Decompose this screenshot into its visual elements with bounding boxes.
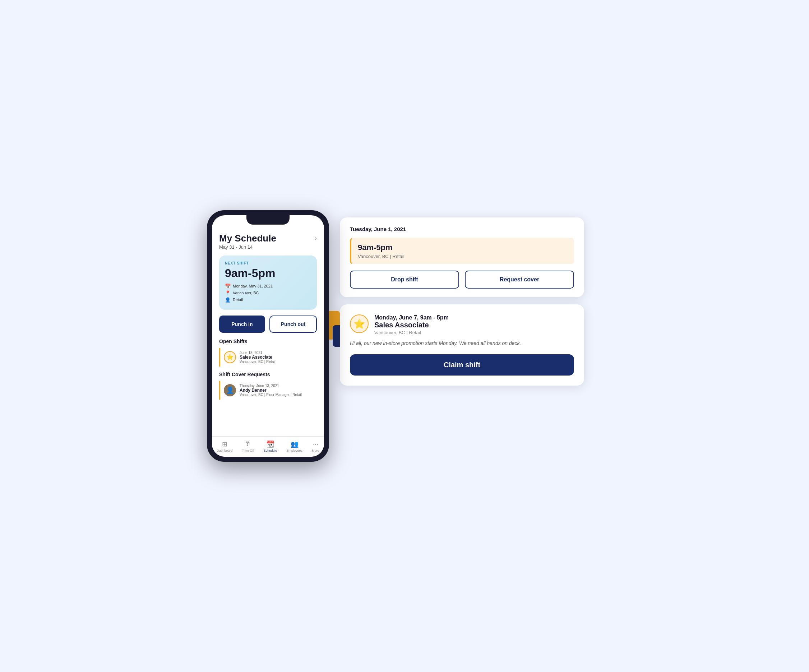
next-shift-time: 9am-5pm xyxy=(225,267,311,280)
schedule-title: My Schedule xyxy=(219,233,276,244)
open-shifts-title: Open Shifts xyxy=(219,339,317,344)
schedule-header: My Schedule › May 31 - Jun 14 xyxy=(219,233,317,250)
next-shift-card: NEXT SHIFT 9am-5pm 📅 Monday, May 31, 202… xyxy=(219,255,317,310)
location-icon: 📍 xyxy=(225,291,231,296)
nav-time-off[interactable]: 🗓 Time Off xyxy=(242,440,254,452)
time-off-icon: 🗓 xyxy=(245,440,251,448)
shift-highlight: 9am-5pm Vancouver, BC | Retail xyxy=(350,238,574,264)
person-icon: 👤 xyxy=(225,297,231,302)
drop-shift-location: Vancouver, BC | Retail xyxy=(358,254,567,259)
punch-out-button[interactable]: Punch out xyxy=(269,316,317,333)
chevron-right-icon: › xyxy=(315,235,317,242)
claim-shift-button[interactable]: Claim shift xyxy=(350,354,574,376)
nav-employees[interactable]: 👥 Employees xyxy=(287,440,303,452)
right-panel: Tuesday, June 1, 2021 9am-5pm Vancouver,… xyxy=(318,210,584,386)
shift-date: Monday, May 31, 2021 xyxy=(233,284,273,288)
punch-buttons: Punch in Punch out xyxy=(219,316,317,333)
shift-location-row: 📍 Vancouver, BC xyxy=(225,291,311,296)
cover-request-item[interactable]: 👤 Thursday, June 13, 2021 Andy Denner Va… xyxy=(219,381,317,400)
shift-location: Vancouver, BC xyxy=(233,291,259,295)
schedule-icon: 📆 xyxy=(266,440,274,448)
claim-shift-card: ⭐ Monday, June 7, 9am - 5pm Sales Associ… xyxy=(340,304,584,386)
cover-request-location: Vancouver, BC | Floor Manager | Retail xyxy=(240,393,302,397)
claim-shift-date: Monday, June 7, 9am - 5pm xyxy=(374,314,449,321)
cover-requests-section: Shift Cover Requests 👤 Thursday, June 13… xyxy=(219,371,317,400)
open-shift-item[interactable]: ⭐ June 13, 2021 Sales Associate Vancouve… xyxy=(219,348,317,366)
drop-shift-date-header: Tuesday, June 1, 2021 xyxy=(350,226,574,232)
phone-nav: ⊞ Dashboard 🗓 Time Off 📆 Schedule 👥 Empl… xyxy=(212,436,324,457)
cover-avatar: 👤 xyxy=(224,384,236,396)
drop-shift-card: Tuesday, June 1, 2021 9am-5pm Vancouver,… xyxy=(340,217,584,297)
person-face-icon: 👤 xyxy=(226,386,234,394)
claim-card-header: ⭐ Monday, June 7, 9am - 5pm Sales Associ… xyxy=(350,314,574,335)
calendar-icon: 📅 xyxy=(225,284,231,289)
claim-shift-note: Hi all, our new in-store promotion start… xyxy=(350,339,574,347)
claim-shift-location: Vancouver, BC | Retail xyxy=(374,330,449,335)
nav-dashboard[interactable]: ⊞ Dashboard xyxy=(217,440,232,452)
drop-shift-time: 9am-5pm xyxy=(358,243,567,252)
phone-wrapper: My Schedule › May 31 - Jun 14 NEXT SHIFT… xyxy=(207,210,329,462)
shift-star-icon: ⭐ xyxy=(224,351,236,363)
claim-shift-role: Sales Associate xyxy=(374,321,449,329)
cover-item-info: Thursday, June 13, 2021 Andy Denner Vanc… xyxy=(240,384,302,397)
claim-header-text: Monday, June 7, 9am - 5pm Sales Associat… xyxy=(374,314,449,335)
nav-employees-label: Employees xyxy=(287,449,303,452)
more-icon: ··· xyxy=(313,440,318,448)
employees-icon: 👥 xyxy=(290,440,299,448)
shift-role: Retail xyxy=(233,297,243,302)
nav-schedule-label: Schedule xyxy=(264,449,277,452)
open-shift-date: June 13, 2021 xyxy=(240,351,275,354)
nav-dashboard-label: Dashboard xyxy=(217,449,232,452)
request-cover-button[interactable]: Request cover xyxy=(465,270,574,289)
cover-request-date: Thursday, June 13, 2021 xyxy=(240,384,302,388)
shift-item-info: June 13, 2021 Sales Associate Vancouver,… xyxy=(240,351,275,364)
phone-device: My Schedule › May 31 - Jun 14 NEXT SHIFT… xyxy=(207,210,329,462)
claim-star-icon: ⭐ xyxy=(350,314,369,333)
open-shift-role: Sales Associate xyxy=(240,354,275,360)
shift-date-row: 📅 Monday, May 31, 2021 xyxy=(225,284,311,289)
dashboard-icon: ⊞ xyxy=(222,440,227,448)
nav-time-off-label: Time Off xyxy=(242,449,254,452)
cover-request-name: Andy Denner xyxy=(240,388,302,393)
nav-more[interactable]: ··· More xyxy=(312,440,319,452)
phone-content: My Schedule › May 31 - Jun 14 NEXT SHIFT… xyxy=(212,215,324,436)
shift-role-row: 👤 Retail xyxy=(225,297,311,302)
main-container: My Schedule › May 31 - Jun 14 NEXT SHIFT… xyxy=(207,210,602,462)
next-shift-label: NEXT SHIFT xyxy=(225,261,311,265)
schedule-date-range: May 31 - Jun 14 xyxy=(219,244,317,250)
nav-more-label: More xyxy=(312,449,319,452)
nav-schedule[interactable]: 📆 Schedule xyxy=(264,440,277,452)
cover-requests-title: Shift Cover Requests xyxy=(219,371,317,377)
open-shift-location: Vancouver, BC | Retail xyxy=(240,360,275,364)
drop-shift-button[interactable]: Drop shift xyxy=(350,270,459,289)
open-shifts-section: Open Shifts ⭐ June 13, 2021 Sales Associ… xyxy=(219,339,317,366)
action-buttons: Drop shift Request cover xyxy=(350,270,574,289)
phone-screen: My Schedule › May 31 - Jun 14 NEXT SHIFT… xyxy=(212,215,324,457)
phone-notch xyxy=(247,215,290,225)
punch-in-button[interactable]: Punch in xyxy=(219,316,265,333)
